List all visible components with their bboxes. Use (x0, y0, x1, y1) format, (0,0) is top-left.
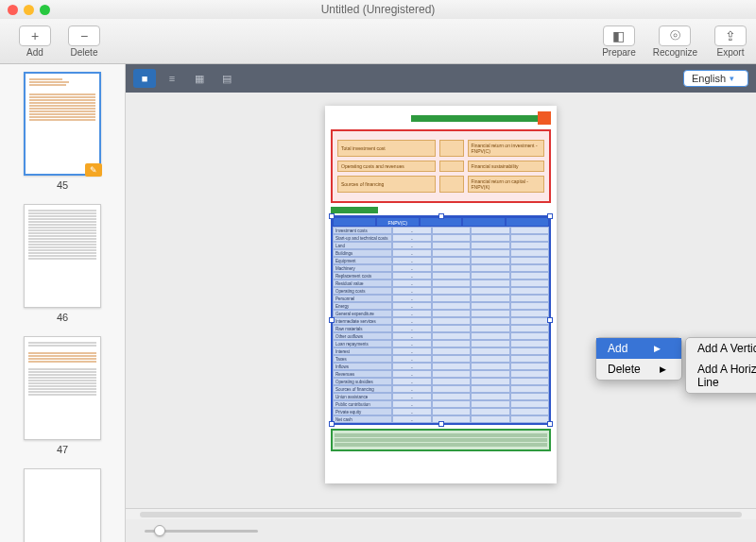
prepare-button-icon: ◧ (603, 25, 635, 46)
table-header-cell (462, 217, 506, 227)
table-row: Land- (333, 242, 549, 249)
language-label: English (692, 73, 726, 84)
diagram-cell: Operating costs and revenues (337, 161, 436, 172)
table-row: Personnel- (333, 295, 549, 302)
diagram-cell: Total investment cost (337, 140, 436, 157)
view-mode-bar: ■≡▦▤ English (126, 64, 756, 93)
resize-handle[interactable] (329, 317, 335, 323)
window-titlebar: Untitled (Unregistered) (0, 0, 756, 19)
delete-button[interactable]: −Delete (68, 25, 100, 58)
table-region-selected[interactable]: FNPV(C)Investment costs-Start-up and tec… (331, 215, 551, 425)
export-button[interactable]: ⇪Export (714, 25, 747, 58)
table-row: Private equity- (333, 408, 549, 415)
delete-button-label: Delete (71, 47, 98, 58)
export-button-icon: ⇪ (714, 25, 747, 46)
zoom-knob[interactable] (154, 525, 165, 536)
resize-handle[interactable] (547, 421, 553, 427)
table-row: Start-up and technical costs- (333, 234, 549, 242)
diagram-cell: Sources of financing (337, 176, 436, 193)
table-row: Sources of financing- (333, 385, 549, 393)
table-row: Buildings- (333, 249, 549, 257)
table-row: Union assistance- (333, 393, 549, 400)
table-row: Public contribution- (333, 400, 549, 408)
view-mode-3[interactable]: ▤ (215, 69, 238, 88)
table-header-cell (333, 217, 376, 227)
document-page[interactable]: Total investment costFinancial return on… (325, 106, 557, 483)
context-menu[interactable]: Add▶Delete▶ (595, 337, 682, 381)
text-region[interactable] (331, 429, 551, 451)
page-marker (538, 111, 551, 125)
diagram-connector (439, 176, 464, 193)
table-row: General expenditure- (333, 310, 549, 317)
view-mode-0[interactable]: ■ (133, 69, 156, 88)
thumbnail-46[interactable]: 46 (8, 204, 117, 323)
table-row: Taxes- (333, 355, 549, 363)
edit-badge-icon: ✎ (85, 163, 102, 177)
horizontal-scrollbar[interactable] (126, 508, 756, 519)
text-region[interactable] (331, 207, 378, 213)
view-mode-1[interactable]: ≡ (161, 69, 183, 88)
prepare-button-label: Prepare (602, 47, 636, 58)
menu-item-add[interactable]: Add▶ (596, 338, 681, 359)
diagram-connector (439, 140, 464, 157)
resize-handle[interactable] (329, 213, 335, 219)
add-button-label: Add (26, 47, 43, 58)
resize-handle[interactable] (547, 317, 553, 323)
diagram-cell: Financial sustainability (468, 161, 544, 172)
image-region[interactable]: Total investment costFinancial return on… (331, 129, 551, 203)
table-row: Investment costs- (333, 227, 549, 234)
text-region[interactable] (411, 115, 539, 122)
add-button-icon: + (19, 25, 51, 46)
resize-handle[interactable] (438, 213, 444, 219)
resize-handle[interactable] (547, 213, 553, 219)
diagram-cell: Financial return on capital - FNPV(K) (468, 176, 544, 193)
thumbnail-sidebar[interactable]: ✎454647 (0, 64, 126, 542)
document-canvas[interactable]: Total investment costFinancial return on… (126, 93, 756, 508)
table-row: Raw materials- (333, 325, 549, 332)
resize-handle[interactable] (329, 421, 335, 427)
toolbar: +Add−Delete ◧Prepare⦾Recognize⇪Export (0, 19, 756, 64)
table-row: Replacement costs- (333, 272, 549, 279)
thumbnail-number: 47 (8, 444, 117, 455)
table-row: Inflows- (333, 363, 549, 370)
zoom-control[interactable] (126, 519, 756, 542)
zoom-slider[interactable] (145, 530, 258, 533)
thumbnail-45[interactable]: ✎45 (8, 72, 117, 191)
table-row: Other outflows- (333, 332, 549, 340)
resize-handle[interactable] (438, 421, 444, 427)
thumbnail-number: 46 (8, 312, 117, 323)
table-row: Machinery- (333, 264, 549, 272)
table-row: Residual value- (333, 279, 549, 287)
recognize-button-label: Recognize (653, 47, 697, 58)
thumbnail-3[interactable] (8, 468, 117, 542)
table-row: Energy- (333, 302, 549, 310)
delete-button-icon: − (68, 25, 100, 46)
add-button[interactable]: +Add (19, 25, 51, 58)
prepare-button[interactable]: ◧Prepare (602, 25, 636, 58)
chevron-right-icon: ▶ (654, 344, 661, 353)
menu-item-add-a-vertical-line[interactable]: Add A Vertical Line (686, 338, 756, 359)
recognize-button[interactable]: ⦾Recognize (653, 25, 697, 58)
recognize-button-icon: ⦾ (659, 25, 691, 46)
chevron-right-icon: ▶ (660, 364, 666, 374)
table-row: Interest- (333, 347, 549, 355)
menu-item-delete[interactable]: Delete▶ (596, 359, 681, 380)
table-row: Intermediate services- (333, 317, 549, 325)
window-title: Untitled (Unregistered) (0, 3, 756, 16)
table-header-cell (506, 217, 549, 227)
view-mode-2[interactable]: ▦ (188, 69, 211, 88)
language-selector[interactable]: English (683, 70, 748, 87)
diagram-connector (439, 161, 464, 172)
thumbnail-number: 45 (8, 179, 117, 191)
diagram-cell: Financial return on investment - FNPV(C) (468, 140, 544, 157)
context-submenu[interactable]: Add A Vertical LineAdd A Horizontal Line (685, 337, 756, 394)
menu-item-add-a-horizontal-line[interactable]: Add A Horizontal Line (686, 359, 756, 393)
table-row: Revenues- (333, 370, 549, 378)
table-row: Equipment- (333, 257, 549, 264)
table-row: Operating costs- (333, 287, 549, 295)
export-button-label: Export (717, 47, 745, 58)
table-header-cell: FNPV(C) (376, 217, 420, 227)
thumbnail-47[interactable]: 47 (8, 336, 117, 455)
table-row: Loan repayments- (333, 340, 549, 347)
table-row: Operating subsidies- (333, 378, 549, 385)
